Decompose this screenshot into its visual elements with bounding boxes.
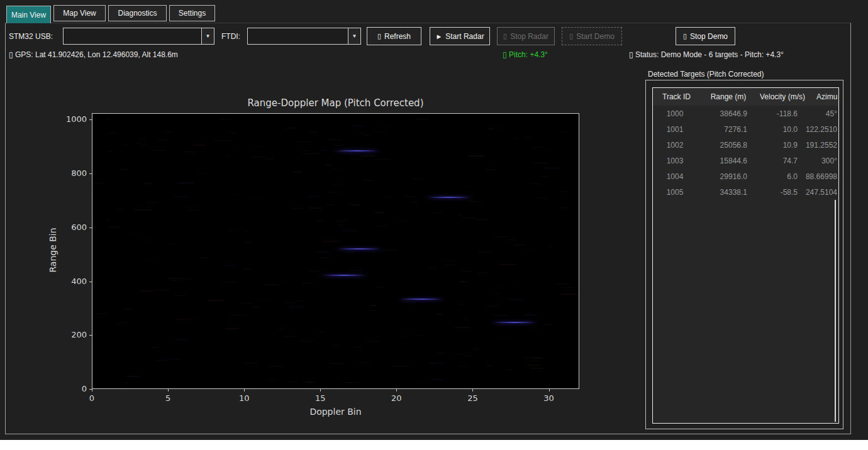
column-header-range[interactable]: Range (m) xyxy=(700,88,757,106)
cell-azimuth: 88.66998 xyxy=(766,169,837,185)
tab-diagnostics[interactable]: Diagnostics xyxy=(108,5,167,21)
table-row[interactable]: 10017276.110.0122.2510 xyxy=(653,122,838,138)
ftdi-combobox-arrow[interactable]: ▼ xyxy=(348,28,360,44)
heatmap-noise xyxy=(323,241,339,242)
heatmap-noise xyxy=(478,272,487,273)
heatmap-noise xyxy=(245,363,258,363)
tab-map-view[interactable]: Map View xyxy=(53,5,106,21)
heatmap-noise xyxy=(437,314,442,315)
stm32-usb-combobox[interactable]: ▼ xyxy=(63,28,214,45)
stop-radar-button[interactable]: ▯Stop Radar xyxy=(497,27,555,45)
heatmap-noise xyxy=(491,288,503,288)
table-scrollbar[interactable] xyxy=(835,200,836,422)
table-row[interactable]: 100225056.810.9191.2552 xyxy=(653,138,838,153)
table-row[interactable]: 100038646.9-118.645° xyxy=(653,106,838,122)
heatmap-noise xyxy=(109,151,114,151)
heatmap-noise xyxy=(333,145,345,146)
heatmap-noise xyxy=(310,131,318,133)
heatmap-noise xyxy=(455,327,469,328)
heatmap-noise xyxy=(477,251,491,252)
heatmap-noise xyxy=(226,326,238,326)
targets-table[interactable]: Track IDRange (m)Velocity (m/s)Azimu 100… xyxy=(652,87,839,424)
heatmap-noise xyxy=(234,146,242,146)
heatmap-noise xyxy=(348,270,362,271)
heatmap-noise xyxy=(182,151,195,152)
heatmap-noise xyxy=(97,317,104,317)
heatmap-noise xyxy=(291,208,303,209)
heatmap-noise xyxy=(445,265,456,265)
heatmap-noise xyxy=(492,315,508,316)
heatmap-noise xyxy=(309,207,322,209)
heatmap-noise xyxy=(376,287,384,287)
stop-radar-button-label: Stop Radar xyxy=(510,32,548,41)
targets-table-header: Track IDRange (m)Velocity (m/s)Azimu xyxy=(653,88,838,106)
cell-range: 38646.9 xyxy=(691,106,747,122)
table-row[interactable]: 100315844.674.7300° xyxy=(653,153,838,169)
heatmap-noise xyxy=(556,283,568,284)
heatmap-noise xyxy=(488,128,493,129)
heatmap-noise xyxy=(223,265,237,266)
table-row[interactable]: 100429916.06.088.66998 xyxy=(653,169,838,185)
heatmap-noise xyxy=(265,284,279,285)
x-tick-mark xyxy=(396,389,397,392)
heatmap-noise xyxy=(273,282,286,282)
refresh-button[interactable]: ▯Refresh xyxy=(367,27,421,45)
heatmap-noise xyxy=(506,299,523,300)
y-tick-mark xyxy=(89,282,92,282)
stop-demo-button[interactable]: ▯Stop Demo xyxy=(676,27,735,45)
heatmap-noise xyxy=(102,119,111,119)
heatmap-noise xyxy=(523,314,537,316)
heatmap-noise xyxy=(250,199,264,199)
cell-track-id: 1002 xyxy=(659,138,691,153)
heatmap-noise xyxy=(359,362,371,363)
heatmap-noise xyxy=(406,298,419,299)
heatmap-noise xyxy=(304,381,316,383)
heatmap-noise xyxy=(157,140,168,140)
y-tick-label: 400 xyxy=(62,277,87,286)
heatmap-noise xyxy=(462,271,473,272)
start-demo-button[interactable]: ▯Start Demo xyxy=(562,27,622,45)
ftdi-combobox[interactable]: ▼ xyxy=(247,28,361,45)
heatmap-noise xyxy=(415,119,430,119)
column-header-track-id[interactable]: Track ID xyxy=(659,88,694,106)
heatmap-noise xyxy=(265,159,274,160)
table-row[interactable]: 100534338.1-58.5247.5104 xyxy=(653,185,838,200)
heatmap-noise xyxy=(116,322,128,323)
heatmap-noise xyxy=(373,159,391,160)
heatmap-noise xyxy=(457,304,465,305)
heatmap-noise xyxy=(486,170,497,170)
cell-azimuth: 300° xyxy=(766,153,837,169)
targets-panel-title: Detected Targets (Pitch Corrected) xyxy=(648,70,764,79)
column-header-azimuth[interactable]: Azimu xyxy=(816,88,839,106)
heatmap-noise xyxy=(169,280,182,281)
heatmap-noise xyxy=(457,214,464,215)
column-header-velocity[interactable]: Velocity (m/s) xyxy=(754,88,811,106)
heatmap-noise xyxy=(144,239,150,240)
heatmap-noise xyxy=(513,244,526,245)
heatmap-noise xyxy=(533,163,548,163)
heatmap-noise xyxy=(180,278,192,279)
start-radar-button[interactable]: ►Start Radar xyxy=(430,27,490,45)
heatmap-noise xyxy=(370,305,376,306)
tab-settings[interactable]: Settings xyxy=(169,5,215,21)
heatmap-noise xyxy=(354,347,362,348)
heatmap-noise xyxy=(511,138,520,139)
y-tick-mark xyxy=(89,335,92,336)
x-tick-mark xyxy=(472,389,473,392)
heatmap-noise xyxy=(437,353,446,353)
heatmap-noise xyxy=(93,183,105,184)
stm32-usb-combobox-arrow[interactable]: ▼ xyxy=(201,28,214,44)
heatmap-noise xyxy=(175,319,192,320)
heatmap-noise xyxy=(327,204,334,205)
status-icon: ▯ xyxy=(629,50,633,59)
heatmap-noise xyxy=(239,303,254,304)
heatmap-noise xyxy=(464,317,469,318)
heatmap-noise xyxy=(383,250,398,251)
heatmap-noise xyxy=(495,294,501,294)
heatmap-noise xyxy=(561,294,579,295)
heatmap-noise xyxy=(135,209,151,211)
tab-main-view[interactable]: Main View xyxy=(6,6,51,23)
heatmap-noise xyxy=(162,131,174,132)
heatmap-noise xyxy=(529,361,538,361)
y-tick-label: 800 xyxy=(62,168,87,178)
